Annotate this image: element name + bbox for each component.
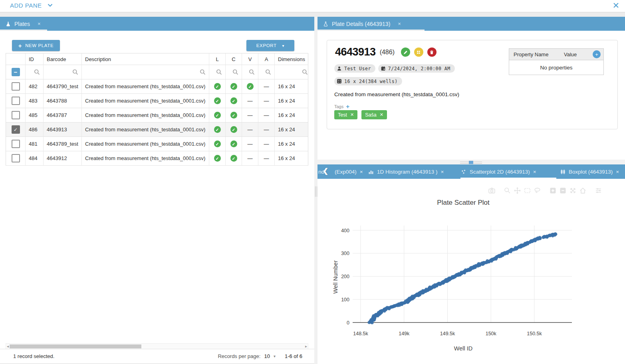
scroll-right-arrow[interactable]: ▸	[305, 344, 307, 348]
horizontal-splitter[interactable]	[317, 160, 625, 164]
header-description: Description	[82, 53, 209, 65]
x-tick-label: 150k	[486, 331, 497, 336]
select-all-checkbox[interactable]: −	[12, 68, 20, 76]
filter-id[interactable]	[26, 65, 44, 79]
check-icon: ✓	[230, 126, 237, 133]
row-checkbox[interactable]	[12, 97, 20, 105]
new-plate-button[interactable]: + NEW PLATE	[12, 40, 60, 51]
header-id: ID	[26, 53, 44, 65]
header-l: L	[209, 53, 226, 65]
user-icon	[337, 66, 342, 71]
filter-l[interactable]	[209, 65, 226, 79]
view-plate-button[interactable]	[414, 47, 423, 57]
plates-panel: Plates × + NEW PLATE EXPORT ▾ ID Barcode…	[0, 17, 314, 362]
tags-label: Tags	[334, 104, 343, 109]
cell-v: —	[242, 151, 258, 165]
chevron-down-icon	[48, 4, 53, 7]
cell-c: ✓	[226, 79, 242, 93]
check-icon: ✓	[230, 97, 237, 104]
add-property-button[interactable]: +	[593, 50, 601, 58]
close-workspace-icon[interactable]: ✕	[612, 1, 619, 10]
check-icon: ✓	[214, 140, 221, 147]
export-button[interactable]: EXPORT ▾	[246, 40, 294, 51]
records-per-page-select[interactable]: 10	[264, 353, 270, 359]
add-pane-label: ADD PANE	[10, 2, 42, 9]
vertical-splitter[interactable]	[314, 17, 317, 364]
cell-l: ✓	[209, 151, 226, 165]
close-tab-icon[interactable]: ×	[38, 21, 41, 27]
scrollbar-thumb[interactable]	[10, 344, 141, 348]
row-checkbox[interactable]	[12, 140, 20, 148]
cell-l: ✓	[209, 123, 226, 136]
tag-test: Test ✕	[334, 110, 357, 119]
table-row[interactable]: 4854643787Created from measurement (hts_…	[6, 108, 308, 123]
close-tab-icon[interactable]: ×	[533, 169, 536, 175]
selection-status: 1 record selected.	[13, 353, 54, 359]
search-icon	[200, 69, 206, 75]
add-tag-icon[interactable]: +	[346, 103, 349, 110]
cell-l: ✓	[209, 94, 226, 108]
cell-l: ✓	[209, 79, 226, 93]
filter-description[interactable]	[82, 65, 209, 79]
charts-panel: nd (Exp004) × ❮ 1D Histogram (4643913 ) …	[317, 164, 625, 364]
splitter-handle	[460, 161, 482, 164]
wells-badge: 16 x 24(384 wells)	[334, 77, 402, 85]
row-checkbox[interactable]	[12, 111, 20, 119]
top-toolbar: ADD PANE ✕	[0, 0, 625, 12]
tab-scatterplot-2d[interactable]: Scatterplot 2D (4643913) ×	[461, 164, 536, 179]
close-tab-icon[interactable]: ×	[616, 169, 619, 175]
tab-boxplot[interactable]: Boxplot (4643913) ×	[560, 164, 619, 179]
remove-tag-icon[interactable]: ✕	[350, 112, 354, 117]
close-tab-icon[interactable]: ×	[360, 169, 363, 175]
table-row[interactable]: 4844643912Created from measurement (hts_…	[6, 151, 308, 166]
plates-table: ID Barcode Description L C V A Dimension…	[6, 53, 308, 166]
add-pane-button[interactable]: ADD PANE	[10, 2, 53, 9]
table-row[interactable]: 4824643790_testCreated from measurement …	[6, 79, 308, 94]
caret-down-icon[interactable]: ▾	[274, 354, 276, 358]
table-row[interactable]: 4834643788Created from measurement (hts_…	[6, 94, 308, 108]
scroll-left-arrow[interactable]: ◂	[7, 344, 9, 348]
header-c: C	[226, 53, 242, 65]
data-point	[437, 282, 440, 285]
table-filter-row: −	[6, 65, 308, 79]
plate-description: Created from measurement (hts_testdata_0…	[334, 91, 459, 97]
delete-plate-button[interactable]	[427, 47, 437, 57]
filter-dimensions[interactable]	[275, 65, 308, 79]
cell-dimensions: 16 x 24	[275, 79, 308, 93]
search-icon	[249, 69, 255, 75]
cell-dimensions: 16 x 24	[275, 94, 308, 108]
row-checkbox[interactable]: ✓	[12, 125, 20, 134]
search-icon	[232, 69, 238, 75]
user-badge: Test User	[334, 64, 375, 73]
close-tab-icon[interactable]: ×	[398, 21, 401, 27]
cell-l: ✓	[209, 108, 226, 122]
close-tab-icon[interactable]: ×	[441, 169, 444, 175]
tab-1d-histogram[interactable]: 1D Histogram (4643913 ) ×	[369, 164, 444, 179]
scatter-plot[interactable]: 148.5k149k149.5k150k150.5k0100200300400P…	[317, 179, 625, 364]
y-tick-label: 300	[341, 251, 349, 256]
remove-tag-icon[interactable]: ✕	[380, 112, 383, 117]
search-icon	[72, 69, 78, 75]
tab-plates[interactable]: Plates ×	[0, 17, 46, 31]
cell-c: ✓	[226, 94, 242, 108]
header-barcode: Barcode	[44, 53, 82, 65]
row-checkbox[interactable]	[12, 82, 20, 91]
properties-table: Property Name Value + No properties	[509, 48, 604, 75]
cell-a: —	[258, 123, 275, 136]
table-row[interactable]: ✓4864643913Created from measurement (hts…	[6, 123, 308, 137]
filter-c[interactable]	[226, 65, 242, 79]
scroll-tabs-left-icon[interactable]: ❮	[323, 167, 328, 175]
header-dimensions: Dimensions	[275, 53, 308, 65]
edit-plate-button[interactable]	[401, 47, 410, 57]
dash-icon: —	[248, 127, 253, 133]
filter-barcode[interactable]	[44, 65, 82, 79]
plates-tabbar: Plates ×	[0, 17, 314, 31]
row-checkbox[interactable]	[12, 154, 20, 162]
data-point	[538, 236, 541, 239]
table-row[interactable]: 4814643789_testCreated from measurement …	[6, 137, 308, 151]
filter-v[interactable]	[242, 65, 258, 79]
header-a: A	[258, 53, 275, 65]
header-select	[6, 53, 26, 65]
tab-plate-details[interactable]: Plate Details (4643913) ×	[317, 17, 407, 31]
filter-a[interactable]	[258, 65, 275, 79]
